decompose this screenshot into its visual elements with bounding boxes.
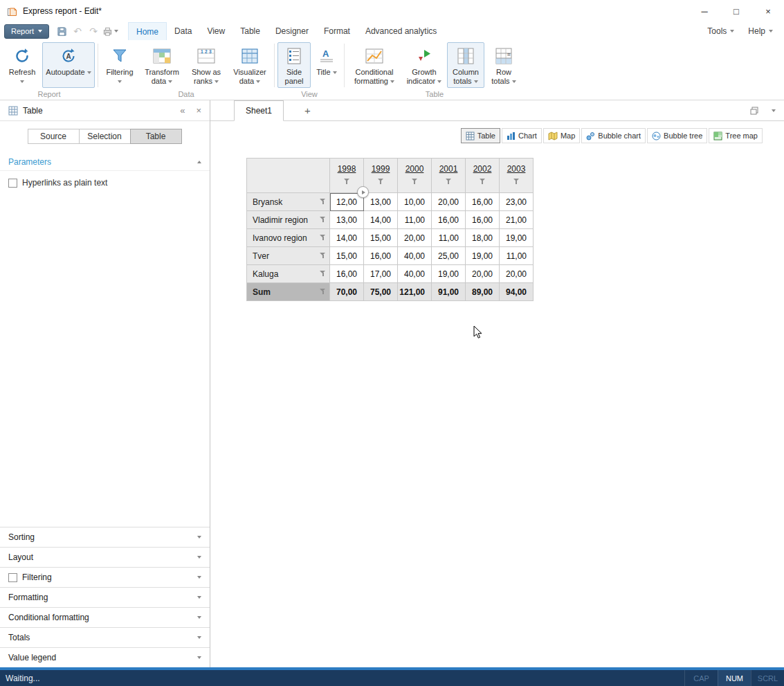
row-filter-icon[interactable] bbox=[320, 235, 326, 241]
show-as-ranks-button[interactable]: 1 2 3 Show as ranks bbox=[185, 42, 227, 88]
sheet-options-caret[interactable] bbox=[772, 109, 776, 112]
section-conditional-formatting[interactable]: Conditional formatting bbox=[0, 607, 210, 627]
column-label[interactable]: 2002 bbox=[473, 164, 492, 174]
sheet-tab-sheet1[interactable]: Sheet1 bbox=[234, 100, 284, 121]
section-sorting[interactable]: Sorting bbox=[0, 527, 210, 547]
column-header-1999[interactable]: 1999 bbox=[364, 159, 398, 193]
column-header-2001[interactable]: 2001 bbox=[432, 159, 466, 193]
row-header-bryansk[interactable]: Bryansk bbox=[247, 193, 330, 211]
undo-button[interactable]: ↶ bbox=[71, 24, 84, 38]
cell[interactable]: 20,00 bbox=[500, 265, 534, 283]
cell[interactable]: 25,00 bbox=[432, 247, 466, 265]
column-header-2000[interactable]: 2000 bbox=[398, 159, 432, 193]
cell[interactable]: 40,00 bbox=[398, 265, 432, 283]
redo-button[interactable]: ↷ bbox=[86, 24, 100, 38]
tab-table[interactable]: Table bbox=[130, 129, 182, 144]
refresh-button[interactable]: Refresh bbox=[3, 42, 41, 88]
tab-source[interactable]: Source bbox=[28, 129, 80, 144]
column-filter-icon[interactable] bbox=[378, 179, 384, 185]
cell[interactable]: 15,00 bbox=[330, 247, 364, 265]
visualizer-data-button[interactable]: Visualizer data bbox=[228, 42, 271, 88]
row-totals-button[interactable]: = Row totals bbox=[486, 42, 522, 88]
column-filter-icon[interactable] bbox=[446, 179, 452, 185]
section-formatting[interactable]: Formatting bbox=[0, 587, 210, 607]
arrange-windows-icon[interactable] bbox=[749, 106, 759, 116]
filtering-checkbox[interactable] bbox=[8, 573, 17, 582]
cell[interactable]: 16,00 bbox=[330, 265, 364, 283]
ribbon-tab-table[interactable]: Table bbox=[233, 22, 268, 40]
transform-data-button[interactable]: Transform data bbox=[140, 42, 184, 88]
row-header-vladimir-region[interactable]: Vladimir region bbox=[247, 211, 330, 229]
column-label[interactable]: 1999 bbox=[372, 164, 390, 174]
column-label[interactable]: 2001 bbox=[439, 164, 458, 174]
add-sheet-button[interactable]: + bbox=[304, 105, 311, 116]
save-button[interactable] bbox=[55, 24, 69, 38]
view-bubble-tree-button[interactable]: Bubble tree bbox=[647, 128, 707, 143]
autoupdate-button[interactable]: A Autoupdate bbox=[42, 42, 95, 88]
view-tree-map-button[interactable]: Tree map bbox=[709, 128, 763, 143]
expand-column-button[interactable] bbox=[357, 186, 369, 198]
cell[interactable]: 16,00 bbox=[364, 247, 398, 265]
close-panel-button[interactable]: × bbox=[196, 105, 201, 116]
column-filter-icon[interactable] bbox=[513, 179, 520, 185]
sum-cell[interactable]: 75,00 bbox=[364, 283, 398, 301]
tab-selection[interactable]: Selection bbox=[79, 129, 131, 144]
cell[interactable]: 20,00 bbox=[398, 229, 432, 247]
conditional-formatting-button[interactable]: Conditional formatting bbox=[347, 42, 401, 88]
view-map-button[interactable]: Map bbox=[543, 128, 580, 143]
cell[interactable]: 40,00 bbox=[398, 247, 432, 265]
column-filter-icon[interactable] bbox=[412, 179, 418, 185]
cell[interactable]: 11,00 bbox=[398, 211, 432, 229]
ribbon-tab-home[interactable]: Home bbox=[128, 22, 167, 40]
cell[interactable]: 11,00 bbox=[432, 229, 466, 247]
cell[interactable]: 19,00 bbox=[500, 229, 534, 247]
sum-cell[interactable]: 94,00 bbox=[500, 283, 534, 301]
section-filtering[interactable]: Filtering bbox=[0, 567, 210, 587]
cell[interactable]: 13,00 bbox=[330, 211, 364, 229]
row-header-sum[interactable]: Sum bbox=[247, 283, 330, 301]
print-button[interactable] bbox=[102, 24, 118, 38]
sum-cell[interactable]: 91,00 bbox=[432, 283, 466, 301]
column-filter-icon[interactable] bbox=[344, 179, 350, 185]
growth-indicator-button[interactable]: Growth indicator bbox=[403, 42, 446, 88]
collapse-panel-button[interactable]: « bbox=[180, 105, 185, 116]
cell[interactable]: 16,00 bbox=[432, 211, 466, 229]
cell[interactable]: 18,00 bbox=[466, 229, 500, 247]
cell[interactable]: 16,00 bbox=[466, 193, 500, 211]
column-filter-icon[interactable] bbox=[480, 179, 486, 185]
cell[interactable]: 11,00 bbox=[500, 247, 534, 265]
column-label[interactable]: 2000 bbox=[405, 164, 424, 174]
section-totals[interactable]: Totals bbox=[0, 627, 210, 647]
cell[interactable]: 21,00 bbox=[500, 211, 534, 229]
ribbon-tab-data[interactable]: Data bbox=[167, 22, 199, 40]
side-panel-button[interactable]: Side panel bbox=[277, 42, 311, 88]
parameters-section-header[interactable]: Parameters bbox=[0, 153, 210, 171]
ribbon-tab-format[interactable]: Format bbox=[316, 22, 358, 40]
cell[interactable]: 19,00 bbox=[432, 265, 466, 283]
ribbon-tab-designer[interactable]: Designer bbox=[268, 22, 316, 40]
filtering-button[interactable]: Filtering bbox=[101, 42, 138, 88]
cell[interactable]: 10,00 bbox=[398, 193, 432, 211]
row-header-ivanovo-region[interactable]: Ivanovo region bbox=[247, 229, 330, 247]
column-header-2003[interactable]: 2003 bbox=[500, 159, 534, 193]
sum-cell[interactable]: 70,00 bbox=[330, 283, 364, 301]
column-label[interactable]: 1998 bbox=[338, 164, 356, 174]
view-chart-button[interactable]: Chart bbox=[502, 128, 542, 143]
cell[interactable]: 20,00 bbox=[432, 193, 466, 211]
view-table-button[interactable]: Table bbox=[461, 128, 500, 143]
tools-menu[interactable]: Tools bbox=[707, 26, 734, 36]
ribbon-tab-view[interactable]: View bbox=[199, 22, 233, 40]
cell[interactable]: 17,00 bbox=[364, 265, 398, 283]
cell[interactable]: 20,00 bbox=[466, 265, 500, 283]
cell[interactable]: 15,00 bbox=[364, 229, 398, 247]
column-totals-button[interactable]: Column totals bbox=[447, 42, 484, 88]
title-button[interactable]: A Title bbox=[312, 42, 341, 88]
section-value-legend[interactable]: Value legend bbox=[0, 647, 210, 667]
report-menu-button[interactable]: Report bbox=[4, 24, 49, 39]
cell[interactable]: 16,00 bbox=[466, 211, 500, 229]
close-button[interactable]: × bbox=[752, 0, 784, 22]
row-filter-icon[interactable] bbox=[320, 271, 326, 277]
cell[interactable]: 13,00 bbox=[364, 193, 398, 211]
row-header-kaluga[interactable]: Kaluga bbox=[247, 265, 330, 283]
ribbon-tab-advanced-analytics[interactable]: Advanced analytics bbox=[358, 22, 444, 40]
